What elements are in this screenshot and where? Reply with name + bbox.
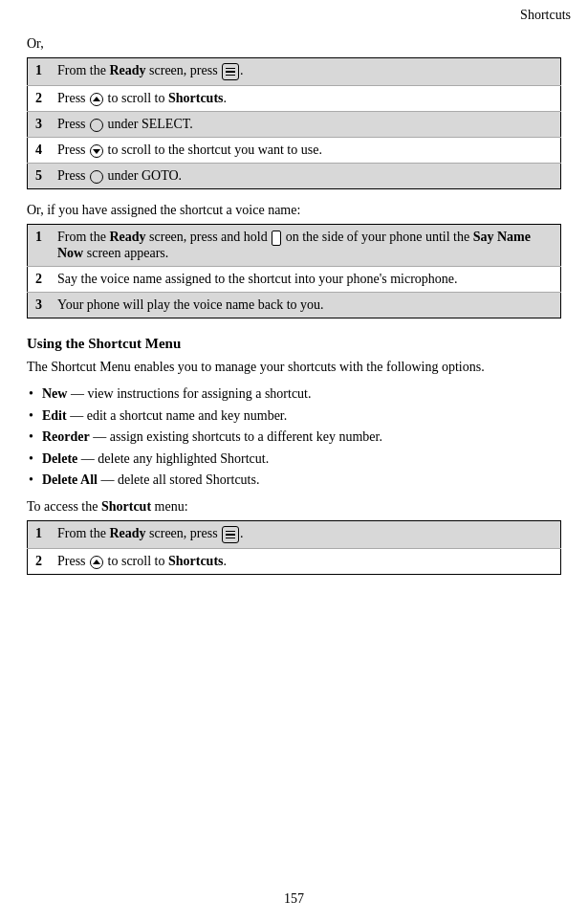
header-title: Shortcuts [520,8,571,22]
step-number: 2 [28,266,51,292]
table-row: 3 Press under SELECT. [28,112,561,138]
step-content: From the Ready screen, press . [50,521,561,549]
step-content: From the Ready screen, press and hold on… [50,225,561,267]
step-number: 5 [28,164,51,189]
select-icon [90,119,103,132]
step-number: 4 [28,138,51,164]
step-number: 1 [28,521,51,549]
table-row: 1 From the Ready screen, press and hold … [28,225,561,267]
shortcut-menu-heading: Using the Shortcut Menu [27,336,561,352]
step-content: Press to scroll to Shortcuts. [50,549,561,575]
table-row: 2 Say the voice name assigned to the sho… [28,266,561,292]
voice-intro: Or, if you have assigned the shortcut a … [27,203,561,218]
goto-icon [90,170,103,184]
scroll-down-icon [90,144,103,158]
menu-icon [222,526,239,543]
or-intro: Or, [27,36,561,52]
to-access-text: To access the Shortcut menu: [27,499,561,515]
shortcut-menu-bullets: New — view instructions for assigning a … [27,384,561,490]
list-item: Edit — edit a shortcut name and key numb… [27,406,561,426]
table-row: 2 Press to scroll to Shortcuts. [28,86,561,112]
page-number: 157 [284,891,304,906]
page-header: Shortcuts [0,0,588,27]
page-content: Or, 1 From the Ready screen, press . 2 P… [0,27,588,617]
step-content: Press to scroll to Shortcuts. [50,86,561,112]
list-item: Delete — delete any highlighted Shortcut… [27,450,561,469]
page-footer: 157 [0,891,588,907]
step-number: 1 [28,58,51,86]
scroll-up-icon [90,93,103,106]
table-row: 3 Your phone will play the voice name ba… [28,292,561,318]
step-number: 2 [28,549,51,575]
step-number: 1 [28,225,51,267]
step-content: Press under GOTO. [50,164,561,189]
step-number: 3 [28,292,51,318]
step-number: 3 [28,112,51,138]
list-item: New — view instructions for assigning a … [27,384,561,404]
table-row: 1 From the Ready screen, press . [28,521,561,549]
steps-table-1: 1 From the Ready screen, press . 2 Press… [27,57,561,189]
step-content: Press under SELECT. [50,112,561,138]
side-button-icon [272,230,281,246]
step-content: Say the voice name assigned to the short… [50,266,561,292]
step-number: 2 [28,86,51,112]
menu-icon [222,63,239,80]
steps-table-2: 1 From the Ready screen, press and hold … [27,224,561,318]
step-content: Your phone will play the voice name back… [50,292,561,318]
table-row: 1 From the Ready screen, press . [28,58,561,86]
list-item: Delete All — delete all stored Shortcuts… [27,471,561,490]
scroll-up-icon [90,556,103,569]
step-content: Press to scroll to the shortcut you want… [50,138,561,164]
shortcut-menu-intro: The Shortcut Menu enables you to manage … [27,358,561,377]
table-row: 5 Press under GOTO. [28,164,561,189]
list-item: Reorder — assign existing shortcuts to a… [27,428,561,447]
table-row: 4 Press to scroll to the shortcut you wa… [28,138,561,164]
step-content: From the Ready screen, press . [50,58,561,86]
steps-table-3: 1 From the Ready screen, press . 2 Press… [27,520,561,575]
table-row: 2 Press to scroll to Shortcuts. [28,549,561,575]
